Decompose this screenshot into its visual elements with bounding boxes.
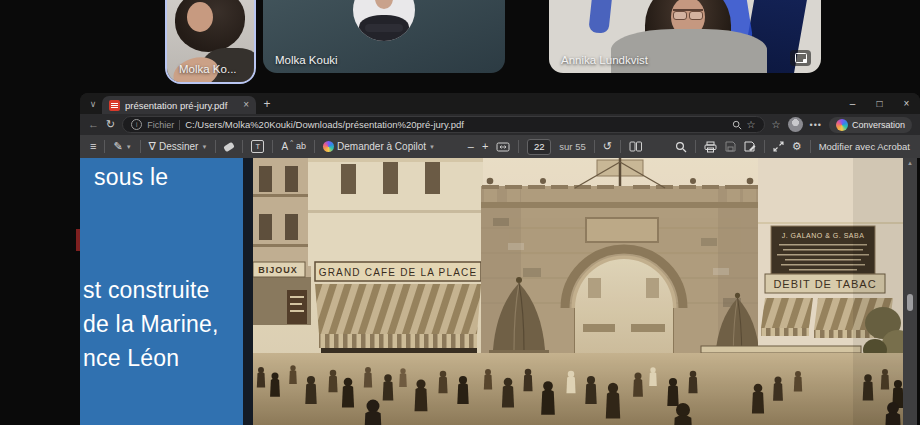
fullscreen-icon[interactable] <box>773 141 784 152</box>
collections-star-icon[interactable]: ☆ <box>772 120 781 130</box>
edit-with-acrobat-button[interactable]: Modifier avec Acrobat <box>819 142 910 152</box>
minimize-button[interactable]: – <box>839 93 866 114</box>
dictionary-button[interactable]: ab <box>296 142 306 151</box>
copilot-icon <box>836 119 848 131</box>
slide-text-line: de la Marine, <box>83 311 219 338</box>
favorite-star-icon[interactable]: ☆ <box>747 120 756 130</box>
conversation-label: Conversation <box>852 120 905 130</box>
pdf-file-icon <box>109 100 120 111</box>
draw-label: Dessiner <box>159 142 198 152</box>
page-total-label: sur 55 <box>559 141 585 152</box>
draw-button[interactable]: ∇Dessiner▼ <box>149 141 208 152</box>
slide-divider-strip <box>243 158 253 425</box>
participant-name-label: Annika Lundkvist <box>561 54 648 66</box>
slide-text-line: sous le <box>94 164 168 191</box>
participant-face <box>187 2 213 32</box>
print-icon[interactable] <box>704 141 717 153</box>
copilot-conversation-button[interactable]: Conversation <box>829 117 912 133</box>
fit-width-icon[interactable] <box>496 142 510 152</box>
video-tile-avatar[interactable]: Molka Kouki <box>263 0 505 73</box>
save-icon[interactable] <box>725 141 736 152</box>
back-icon[interactable]: ← <box>88 119 99 130</box>
address-bar: ← ↻ i Fichier C:/Users/Molka%20Kouki/Dow… <box>80 114 920 135</box>
url-field[interactable]: i Fichier C:/Users/Molka%20Kouki/Downloa… <box>122 116 764 133</box>
page-number-input[interactable] <box>527 139 551 155</box>
save-as-icon[interactable] <box>744 141 756 153</box>
profile-avatar[interactable] <box>788 117 803 132</box>
historical-photo-bab-el-bhar: BIJOUX GRAND CAFE DE LA PLACE <box>253 158 903 425</box>
avatar-head <box>375 0 393 9</box>
screen: Molka Ko... Molka Kouki Annika Lundkvist… <box>0 0 920 425</box>
window-controls: – □ × <box>839 93 920 114</box>
red-edge-marker <box>76 229 80 251</box>
slide-text-line: nce Léon <box>83 345 179 372</box>
more-menu-icon[interactable]: ••• <box>810 120 822 130</box>
copilot-icon <box>323 141 334 152</box>
zoom-in-button[interactable]: + <box>482 141 488 152</box>
rotate-icon[interactable]: ↺ <box>603 141 612 152</box>
avatar <box>353 0 415 41</box>
slide-blue-panel: sous le st construite de la Marine, nce … <box>80 158 243 425</box>
tab-close-icon[interactable]: × <box>243 100 249 110</box>
screen-share-icon[interactable] <box>790 50 811 66</box>
participant-name-label: Molka Ko... <box>179 63 237 75</box>
avatar-arms <box>365 24 403 32</box>
read-aloud-button[interactable]: A^ <box>281 142 288 152</box>
settings-gear-icon[interactable]: ⚙ <box>792 141 802 152</box>
highlight-button[interactable]: ✎▼ <box>113 141 131 152</box>
tab-search-chevron-icon[interactable]: ∨ <box>84 93 102 114</box>
ask-copilot-label: Demander à Copilot <box>337 142 426 152</box>
participant-sweatshirt <box>611 29 767 73</box>
pdf-toolbar: ≡ ✎▼ ∇Dessiner▼ T A^ ab Demander à Copil… <box>80 135 920 158</box>
pdf-content-area: sous le st construite de la Marine, nce … <box>80 158 920 425</box>
painting-stroke <box>588 0 613 34</box>
info-icon[interactable]: i <box>131 119 142 130</box>
maximize-button[interactable]: □ <box>866 93 893 114</box>
search-icon[interactable] <box>675 141 687 153</box>
erase-button[interactable] <box>224 144 234 150</box>
url-text: C:/Users/Molka%20Kouki/Downloads/présent… <box>185 119 726 130</box>
page-view-icon[interactable] <box>629 141 642 152</box>
url-scheme-label: Fichier <box>147 120 174 130</box>
new-tab-button[interactable]: + <box>256 93 278 114</box>
tab-title: présentation pré-jury.pdf <box>125 100 238 111</box>
scrollbar-thumb[interactable] <box>907 294 913 311</box>
slide-text-line: st construite <box>83 277 210 304</box>
edge-browser-window: ∨ présentation pré-jury.pdf × + – □ × ← … <box>80 93 920 425</box>
vertical-scrollbar[interactable]: ▲ <box>903 158 917 425</box>
table-of-contents-icon[interactable]: ≡ <box>90 141 96 152</box>
glasses <box>673 9 703 20</box>
scrollbar-up-arrow-icon[interactable]: ▲ <box>903 160 917 166</box>
ask-copilot-button[interactable]: Demander à Copilot▼ <box>323 141 435 152</box>
video-tile-active-speaker[interactable]: Molka Ko... <box>165 0 256 84</box>
video-tile-camera[interactable]: Annika Lundkvist <box>549 0 821 73</box>
zoom-out-button[interactable]: – <box>468 141 474 152</box>
add-text-button[interactable]: T <box>251 140 264 153</box>
zoom-icon[interactable] <box>732 120 742 130</box>
close-button[interactable]: × <box>893 93 920 114</box>
refresh-icon[interactable]: ↻ <box>106 119 115 130</box>
acrobat-label: Modifier avec Acrobat <box>819 142 910 152</box>
tab-strip: ∨ présentation pré-jury.pdf × + – □ × <box>80 93 920 114</box>
participant-name-label: Molka Kouki <box>275 54 338 66</box>
active-tab[interactable]: présentation pré-jury.pdf × <box>102 96 256 114</box>
